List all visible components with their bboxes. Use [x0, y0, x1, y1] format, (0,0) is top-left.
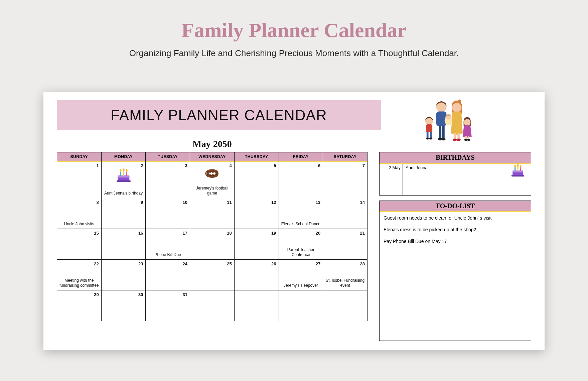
- svg-point-17: [426, 138, 429, 140]
- day-number: 23: [138, 261, 143, 266]
- weekday-header: THURSDAY: [234, 152, 279, 161]
- calendar-day: 10: [146, 198, 190, 229]
- birthday-cake-icon: [102, 168, 146, 183]
- svg-point-35: [126, 169, 127, 172]
- calendar-day: 22Meeting with the fundraising committee: [57, 260, 102, 290]
- day-number: 11: [227, 200, 232, 205]
- svg-rect-9: [454, 133, 456, 139]
- calendar-day: 7: [323, 161, 368, 198]
- day-number: 26: [271, 261, 276, 266]
- calendar-day: 3: [146, 161, 190, 198]
- day-number: 12: [271, 200, 276, 205]
- calendar-day: 29: [57, 290, 102, 321]
- calendar-day: 11: [190, 198, 235, 229]
- day-number: 24: [183, 261, 187, 266]
- svg-rect-22: [468, 136, 469, 139]
- day-number: 14: [360, 200, 365, 205]
- birthday-name-text: Aunt Jenna: [406, 165, 428, 170]
- todo-panel: TO-DO-LIST Guest room needs to be clean …: [379, 201, 531, 341]
- svg-point-24: [467, 139, 470, 141]
- todo-header: TO-DO-LIST: [380, 201, 531, 212]
- weekday-header: MONDAY: [101, 152, 146, 161]
- calendar-day: 13Elena's School Dance: [279, 198, 323, 229]
- svg-rect-3: [442, 126, 445, 139]
- calendar-day: 14: [323, 198, 368, 229]
- todo-item: Pay Phone Bill Due on May 17: [384, 238, 527, 245]
- calendar-day: 26: [234, 260, 279, 290]
- day-number: 9: [141, 200, 143, 205]
- calendar-day: 23: [101, 260, 146, 290]
- football-icon: [190, 168, 234, 179]
- day-number: 8: [96, 200, 99, 205]
- calendar-day: 17Phone Bill Due: [146, 229, 190, 260]
- event-text: Parent Teacher Confrence: [281, 247, 321, 257]
- svg-rect-29: [117, 180, 131, 182]
- calendar-day: [279, 290, 323, 321]
- svg-point-7: [452, 103, 461, 112]
- day-number: 10: [183, 200, 187, 205]
- weekday-header: SUNDAY: [57, 152, 102, 161]
- svg-point-8: [458, 100, 461, 103]
- day-number: 21: [360, 231, 365, 236]
- day-number: 5: [274, 163, 276, 168]
- family-illustration-icon: [416, 98, 478, 143]
- svg-point-20: [464, 119, 470, 126]
- calendar-day: 25: [190, 260, 235, 290]
- event-text: Jeremey's football game: [192, 186, 232, 196]
- day-number: 28: [360, 261, 365, 266]
- svg-rect-2: [439, 126, 441, 139]
- month-label: May 2050: [57, 139, 368, 149]
- birthday-cake-icon: [511, 164, 525, 178]
- svg-point-49: [517, 164, 519, 167]
- svg-point-33: [120, 169, 121, 172]
- day-number: 4: [230, 163, 232, 168]
- calendar-day: 24: [146, 260, 190, 290]
- svg-point-5: [441, 138, 446, 141]
- day-number: 29: [94, 292, 99, 297]
- todo-item: Guest room needs to be clean for Uncle J…: [384, 215, 527, 221]
- svg-rect-14: [426, 124, 432, 132]
- calendar-week: 22Meeting with the fundraising committee…: [57, 260, 368, 290]
- todo-body: Guest room needs to be clean for Uncle J…: [380, 212, 531, 253]
- birthday-name: Aunt Jenna: [403, 163, 531, 195]
- calendar-day: 19: [234, 229, 279, 260]
- calendar-day: 20Parent Teacher Confrence: [279, 229, 323, 260]
- day-number: 1: [96, 163, 99, 168]
- day-number: 20: [316, 231, 320, 236]
- football-icon: [204, 168, 220, 179]
- birthdays-header: BIRTHDAYS: [380, 152, 531, 163]
- birthday-cake-icon: [116, 168, 131, 183]
- weekday-header: TUESDAY: [146, 152, 190, 161]
- svg-rect-16: [430, 132, 432, 138]
- day-number: 22: [94, 261, 99, 266]
- calendar-day: 6: [279, 161, 323, 198]
- svg-rect-21: [465, 136, 467, 139]
- day-number: 3: [185, 163, 187, 168]
- calendar-day: 15: [57, 229, 102, 260]
- calendar-day: [234, 290, 279, 321]
- calendar-week: 8Uncle John visits910111213Elena's Schoo…: [57, 198, 368, 229]
- day-number: 13: [316, 200, 320, 205]
- calendar-day: 30: [101, 290, 146, 321]
- svg-rect-44: [511, 175, 524, 176]
- svg-point-11: [453, 139, 457, 141]
- day-number: 15: [94, 231, 99, 236]
- day-number: 18: [227, 231, 232, 236]
- calendar-grid: SUNDAY MONDAY TUESDAY WEDNESDAY THURSDAY…: [57, 152, 368, 321]
- page-subtitle: Organizing Family Life and Cherishing Pr…: [0, 48, 588, 58]
- calendar-day: 9: [101, 198, 146, 229]
- event-text: St. Isobel Fundraising event: [325, 278, 365, 288]
- calendar-day: 5: [234, 161, 279, 198]
- calendar-day: 8Uncle John visits: [57, 198, 102, 229]
- svg-point-50: [520, 164, 522, 167]
- calendar-day: 27Jeremy's sleepover: [279, 260, 323, 290]
- weekday-header: SATURDAY: [323, 152, 368, 161]
- banner: FAMILY PLANNER CALENDAR: [57, 100, 381, 130]
- calendar-day: [190, 290, 235, 321]
- calendar-day: 1: [57, 161, 102, 198]
- day-number: 2: [141, 163, 143, 168]
- day-number: 6: [318, 163, 320, 168]
- calendar-week: 12 Aunt Jenna's birthday34 Jeremey's foo…: [57, 161, 368, 198]
- event-text: Meeting with the fundraising committee: [59, 278, 99, 288]
- calendar-day: 18: [190, 229, 235, 260]
